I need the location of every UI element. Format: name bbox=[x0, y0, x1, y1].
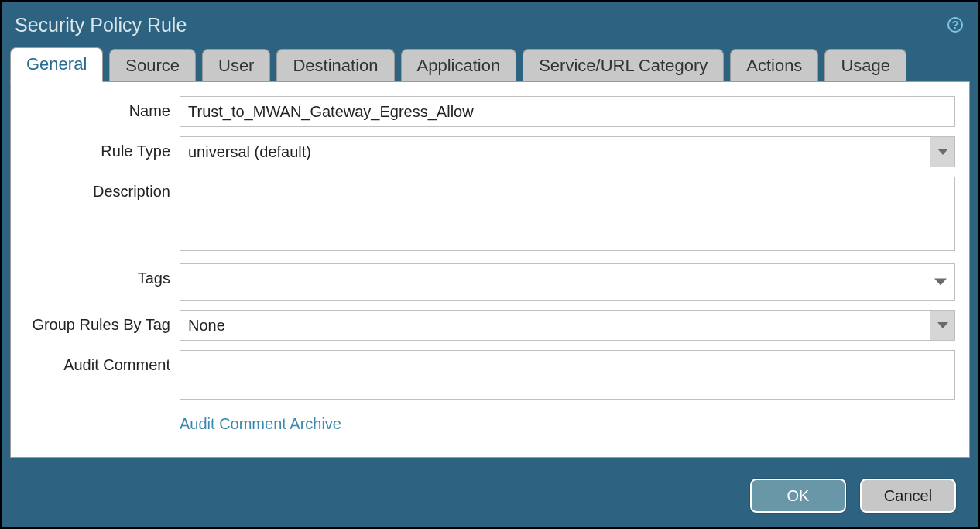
name-label: Name bbox=[25, 96, 180, 120]
security-policy-rule-dialog: Security Policy Rule ? General Source Us… bbox=[2, 2, 978, 527]
tab-source[interactable]: Source bbox=[109, 49, 196, 81]
ok-button[interactable]: OK bbox=[750, 479, 846, 513]
tab-general[interactable]: General bbox=[10, 47, 103, 82]
button-label: Cancel bbox=[884, 487, 932, 505]
help-icon[interactable]: ? bbox=[947, 16, 964, 33]
chevron-down-icon bbox=[934, 279, 947, 286]
svg-text:?: ? bbox=[952, 19, 959, 31]
general-panel: Name Rule Type universal (default) Descr… bbox=[10, 81, 970, 458]
tab-service-url-category[interactable]: Service/URL Category bbox=[523, 49, 724, 81]
rule-type-value: universal (default) bbox=[188, 143, 311, 161]
tab-label: User bbox=[218, 56, 254, 75]
button-bar: OK Cancel bbox=[2, 465, 978, 527]
dialog-title: Security Policy Rule bbox=[15, 14, 187, 36]
tab-label: Usage bbox=[841, 56, 890, 75]
button-label: OK bbox=[787, 487, 810, 505]
group-rules-value: None bbox=[188, 317, 225, 335]
audit-comment-label: Audit Comment bbox=[25, 350, 180, 374]
chevron-down-icon bbox=[930, 311, 954, 340]
tab-application[interactable]: Application bbox=[401, 49, 517, 81]
tab-label: Actions bbox=[746, 56, 802, 75]
description-label: Description bbox=[25, 177, 180, 201]
tab-actions[interactable]: Actions bbox=[730, 49, 818, 81]
tab-destination[interactable]: Destination bbox=[276, 49, 394, 81]
rule-type-dropdown[interactable]: universal (default) bbox=[180, 136, 955, 167]
name-input[interactable] bbox=[180, 96, 955, 127]
audit-comment-archive-link[interactable]: Audit Comment Archive bbox=[180, 415, 341, 433]
tab-user[interactable]: User bbox=[202, 49, 270, 81]
title-bar: Security Policy Rule ? bbox=[2, 2, 978, 47]
tags-dropdown[interactable] bbox=[180, 263, 955, 301]
cancel-button[interactable]: Cancel bbox=[860, 479, 956, 513]
tab-label: Application bbox=[417, 56, 501, 75]
tab-label: General bbox=[26, 54, 87, 74]
rule-type-label: Rule Type bbox=[25, 136, 180, 160]
chevron-down-icon bbox=[930, 137, 954, 167]
tabs-row: General Source User Destination Applicat… bbox=[2, 47, 978, 81]
tab-label: Source bbox=[125, 56, 180, 75]
tab-label: Destination bbox=[293, 56, 378, 75]
tab-label: Service/URL Category bbox=[539, 56, 708, 75]
description-input[interactable] bbox=[180, 177, 955, 251]
group-rules-dropdown[interactable]: None bbox=[180, 310, 955, 341]
group-rules-label: Group Rules By Tag bbox=[25, 310, 180, 334]
tab-usage[interactable]: Usage bbox=[824, 49, 906, 81]
audit-comment-input[interactable] bbox=[180, 350, 955, 400]
tags-label: Tags bbox=[25, 263, 180, 287]
